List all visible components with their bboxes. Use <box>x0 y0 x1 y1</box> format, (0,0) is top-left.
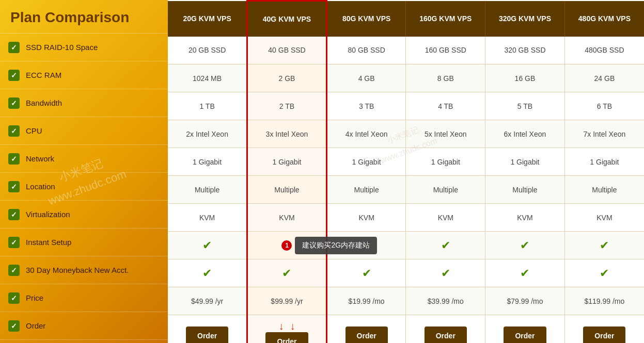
order-button-0[interactable]: Order <box>186 326 228 343</box>
cell-storage-row-col-1: 40 GB SSD <box>247 37 327 64</box>
sidebar-row-6: Virtualization <box>0 201 168 228</box>
cell-virtualization-row-col-0: KVM <box>168 204 247 232</box>
cell-cpu-row-col-3: 5x Intel Xeon <box>406 120 485 148</box>
cell-moneyback-row-col-2: ✔ <box>326 259 406 287</box>
cell-order-row-col-1: ↓ ↓ Order <box>247 315 327 344</box>
cell-virtualization-row-col-4: KVM <box>485 204 565 232</box>
sidebar-row-7: Instant Setup <box>0 228 168 256</box>
order-button-1[interactable]: Order <box>265 332 308 343</box>
cell-order-row-col-3: Order <box>406 315 485 344</box>
sidebar-row-label-5: Location <box>26 182 55 191</box>
check-icon-4 <box>8 153 20 165</box>
checkmark-moneyback-4: ✔ <box>520 267 529 280</box>
cell-order-row-col-4: Order <box>485 315 565 344</box>
cell-ram-row-col-3: 8 GB <box>406 64 485 92</box>
sidebar-row-label-3: CPU <box>26 126 42 135</box>
sidebar-row-label-2: Bandwidth <box>26 99 62 107</box>
plan-header-3: 160G KVM VPS <box>406 1 485 37</box>
checkmark-moneyback-3: ✔ <box>441 267 450 280</box>
check-icon-6 <box>8 209 20 220</box>
cell-cpu-row-col-1: 3x Intel Xeon <box>247 120 327 148</box>
plan-header-2: 80G KVM VPS <box>326 1 406 37</box>
cell-location-row-col-0: Multiple <box>168 176 247 204</box>
sidebar-row-label-8: 30 Day Moneyback New Acct. <box>26 266 129 274</box>
cell-network-row-col-0: 1 Gigabit <box>168 148 247 176</box>
check-icon-9 <box>8 292 20 304</box>
cell-instant-setup-row-col-4: ✔ <box>485 232 565 259</box>
sidebar-row-2: Bandwidth <box>0 89 168 117</box>
cell-location-row-col-1: Multiple <box>247 176 327 204</box>
plan-header-5: 480G KVM VPS <box>564 1 644 37</box>
cell-moneyback-row-col-0: ✔ <box>168 259 247 287</box>
cell-price-row-col-2: $19.99 /mo <box>326 287 406 315</box>
cell-cpu-row-col-2: 4x Intel Xeon <box>326 120 406 148</box>
cell-network-row-col-2: 1 Gigabit <box>326 148 406 176</box>
sidebar-row-10: Order <box>0 312 168 340</box>
sidebar-row-3: CPU <box>0 117 168 145</box>
order-button-4[interactable]: Order <box>504 326 546 343</box>
page-title: Plan Comparison <box>0 0 168 34</box>
checkmark-moneyback-2: ✔ <box>362 267 371 280</box>
arrow-left: ↓ <box>279 320 284 332</box>
cell-location-row-col-4: Multiple <box>485 176 565 204</box>
checkmark-instant-5: ✔ <box>600 239 609 252</box>
cell-bandwidth-row-col-3: 4 TB <box>406 92 485 120</box>
check-icon-3 <box>8 125 20 137</box>
cell-moneyback-row-col-4: ✔ <box>485 259 565 287</box>
cell-network-row-col-3: 1 Gigabit <box>406 148 485 176</box>
arrow-right: ↓ <box>290 320 295 332</box>
cell-bandwidth-row-col-1: 2 TB <box>247 92 327 120</box>
plan-table: 20G KVM VPS40G KVM VPS80G KVM VPS160G KV… <box>168 0 644 343</box>
checkmark-moneyback-5: ✔ <box>600 267 609 280</box>
cell-price-row-col-3: $39.99 /mo <box>406 287 485 315</box>
sidebar-row-label-6: Virtualization <box>26 210 70 219</box>
cell-cpu-row-col-4: 6x Intel Xeon <box>485 120 565 148</box>
checkmark-instant-3: ✔ <box>441 239 450 252</box>
cell-order-row-col-0: Order <box>168 315 247 344</box>
cell-ram-row-col-1: 2 GB <box>247 64 327 92</box>
cell-moneyback-row-col-5: ✔ <box>564 259 644 287</box>
check-icon-5 <box>8 181 20 192</box>
cell-network-row-col-1: 1 Gigabit <box>247 148 327 176</box>
order-button-3[interactable]: Order <box>425 326 467 343</box>
sidebar: Plan Comparison 小米笔记 www.zhudc.com SSD R… <box>0 0 168 343</box>
cell-storage-row-col-5: 480GB SSD <box>564 37 644 64</box>
checkmark-moneyback-1: ✔ <box>282 267 291 280</box>
cell-moneyback-row-col-3: ✔ <box>406 259 485 287</box>
cell-cpu-row-col-5: 7x Intel Xeon <box>564 120 644 148</box>
sidebar-row-label-7: Instant Setup <box>26 238 71 247</box>
cell-location-row-col-3: Multiple <box>406 176 485 204</box>
cell-storage-row-col-0: 20 GB SSD <box>168 37 247 64</box>
order-button-5[interactable]: Order <box>583 326 625 343</box>
order-button-2[interactable]: Order <box>345 326 388 343</box>
cell-network-row-col-5: 1 Gigabit <box>564 148 644 176</box>
sidebar-row-1: ECC RAM <box>0 61 168 89</box>
check-icon-0 <box>8 42 20 53</box>
cell-price-row-col-0: $49.99 /yr <box>168 287 247 315</box>
cell-storage-row-col-2: 80 GB SSD <box>326 37 406 64</box>
plan-header-0: 20G KVM VPS <box>168 1 247 37</box>
cell-ram-row-col-5: 24 GB <box>564 64 644 92</box>
check-icon-8 <box>8 265 20 276</box>
cell-bandwidth-row-col-0: 1 TB <box>168 92 247 120</box>
check-icon-2 <box>8 97 20 109</box>
checkmark-instant-4: ✔ <box>520 239 529 252</box>
cell-order-row-col-2: Order <box>326 315 406 344</box>
cell-virtualization-row-col-5: KVM <box>564 204 644 232</box>
sidebar-row-label-0: SSD RAID-10 Space <box>26 43 98 52</box>
cell-virtualization-row-col-3: KVM <box>406 204 485 232</box>
sidebar-row-9: Price <box>0 284 168 312</box>
cell-bandwidth-row-col-2: 3 TB <box>326 92 406 120</box>
cell-ram-row-col-2: 4 GB <box>326 64 406 92</box>
cell-order-row-col-5: Order <box>564 315 644 344</box>
sidebar-row-8: 30 Day Moneyback New Acct. <box>0 256 168 284</box>
cell-ram-row-col-4: 16 GB <box>485 64 565 92</box>
tooltip-badge[interactable]: 1 <box>281 240 292 251</box>
cell-bandwidth-row-col-5: 6 TB <box>564 92 644 120</box>
cell-bandwidth-row-col-4: 5 TB <box>485 92 565 120</box>
check-icon-7 <box>8 237 20 248</box>
cell-ram-row-col-0: 1024 MB <box>168 64 247 92</box>
sidebar-row-label-4: Network <box>26 154 54 163</box>
checkmark-instant-2: ✔ <box>362 239 371 252</box>
check-icon-1 <box>8 70 20 81</box>
